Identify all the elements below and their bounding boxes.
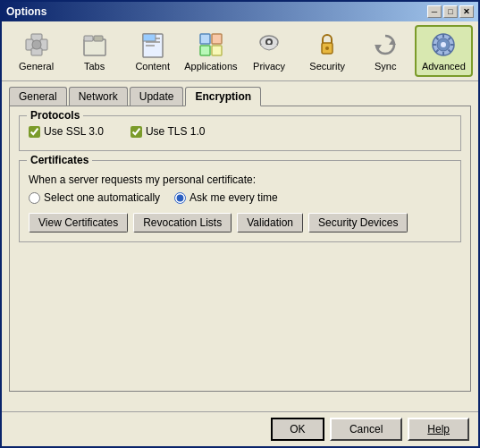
svg-point-21 <box>325 46 329 50</box>
svg-rect-11 <box>146 45 155 46</box>
sync-icon <box>371 30 400 59</box>
cancel-button[interactable]: Cancel <box>330 418 402 441</box>
tab-network[interactable]: Network <box>69 87 128 106</box>
tls-checkbox[interactable] <box>131 126 142 138</box>
protocols-checkboxes: Use SSL 3.0 Use TLS 1.0 <box>29 125 451 138</box>
tab-general[interactable]: General <box>9 87 67 106</box>
toolbar-privacy-label: Privacy <box>253 61 285 72</box>
radio-auto-text: Select one automatically <box>44 191 160 204</box>
svg-point-19 <box>267 40 271 44</box>
tab-encryption[interactable]: Encryption <box>185 87 261 106</box>
bottom-bar: OK Cancel Help <box>2 411 478 446</box>
svg-rect-13 <box>200 34 210 44</box>
tabs-icon <box>80 30 109 59</box>
ssl-checkbox-label[interactable]: Use SSL 3.0 <box>29 125 104 138</box>
toolbar-item-security[interactable]: Security <box>299 26 357 76</box>
tab-update[interactable]: Update <box>130 87 184 106</box>
toolbar-item-sync[interactable]: Sync <box>357 26 415 76</box>
advanced-icon <box>429 30 458 59</box>
validation-button[interactable]: Validation <box>237 213 303 232</box>
toolbar-item-advanced[interactable]: Advanced <box>415 25 473 77</box>
svg-rect-6 <box>84 36 93 41</box>
toolbar-item-content[interactable]: Content <box>123 26 181 76</box>
view-certificates-button[interactable]: View Certificates <box>29 213 128 232</box>
cert-description: When a server requests my personal certi… <box>29 173 451 186</box>
svg-rect-12 <box>143 34 156 41</box>
toolbar-applications-label: Applications <box>184 61 237 72</box>
title-bar: Options ─ □ ✕ <box>2 2 478 21</box>
tabs-row: General Network Update Encryption <box>9 87 471 106</box>
tls-checkbox-label[interactable]: Use TLS 1.0 <box>131 125 205 138</box>
certificates-group: Certificates When a server requests my p… <box>19 160 461 242</box>
help-button[interactable]: Help <box>408 418 469 441</box>
protocols-group: Protocols Use SSL 3.0 Use TLS 1.0 <box>19 115 461 151</box>
toolbar-item-general[interactable]: General <box>7 26 65 76</box>
security-devices-button[interactable]: Security Devices <box>308 213 408 232</box>
toolbar-advanced-label: Advanced <box>422 61 466 72</box>
toolbar-general-label: General <box>19 61 54 72</box>
cert-buttons: View Certificates Revocation Lists Valid… <box>29 213 451 232</box>
svg-rect-16 <box>212 46 222 55</box>
maximize-button[interactable]: □ <box>443 5 458 18</box>
close-button[interactable]: ✕ <box>459 5 474 18</box>
cert-radio-row: Select one automatically Ask me every ti… <box>29 191 451 204</box>
title-bar-buttons: ─ □ ✕ <box>427 5 474 18</box>
tab-content: Protocols Use SSL 3.0 Use TLS 1.0 <box>9 106 471 392</box>
radio-ask-text: Ask me every time <box>189 191 278 204</box>
svg-point-4 <box>32 40 41 49</box>
gear-icon <box>22 30 51 59</box>
toolbar-tabs-label: Tabs <box>84 61 105 72</box>
toolbar-item-applications[interactable]: Applications <box>181 26 240 76</box>
tls-label: Use TLS 1.0 <box>146 125 205 138</box>
svg-rect-14 <box>212 34 222 44</box>
applications-icon <box>197 30 225 59</box>
certificates-content: When a server requests my personal certi… <box>29 173 451 232</box>
ssl-label: Use SSL 3.0 <box>44 125 104 138</box>
toolbar-sync-label: Sync <box>375 61 396 72</box>
toolbar-item-privacy[interactable]: Privacy <box>240 26 299 76</box>
radio-auto-label[interactable]: Select one automatically <box>29 191 160 204</box>
content-icon <box>139 30 167 59</box>
minimize-button[interactable]: ─ <box>427 5 442 18</box>
ssl-checkbox[interactable] <box>29 126 40 138</box>
radio-ask[interactable] <box>174 192 186 204</box>
certificates-title: Certificates <box>27 154 92 166</box>
radio-auto[interactable] <box>29 192 40 204</box>
toolbar-content-label: Content <box>135 61 170 72</box>
radio-ask-label[interactable]: Ask me every time <box>174 191 278 204</box>
toolbar-security-label: Security <box>309 61 345 72</box>
privacy-icon <box>255 30 283 59</box>
security-icon <box>313 30 341 59</box>
protocols-content: Use SSL 3.0 Use TLS 1.0 <box>29 125 451 138</box>
toolbar: General Tabs <box>2 21 478 81</box>
svg-rect-7 <box>94 36 103 41</box>
svg-rect-15 <box>200 46 210 55</box>
window-title: Options <box>6 5 46 18</box>
svg-point-26 <box>441 42 446 47</box>
svg-rect-5 <box>84 39 105 55</box>
content-area: General Network Update Encryption Protoc… <box>2 81 478 411</box>
revocation-lists-button[interactable]: Revocation Lists <box>133 213 232 232</box>
toolbar-item-tabs[interactable]: Tabs <box>65 26 123 76</box>
ok-button[interactable]: OK <box>271 418 324 441</box>
options-window: Options ─ □ ✕ General <box>0 0 480 448</box>
protocols-title: Protocols <box>27 109 83 122</box>
